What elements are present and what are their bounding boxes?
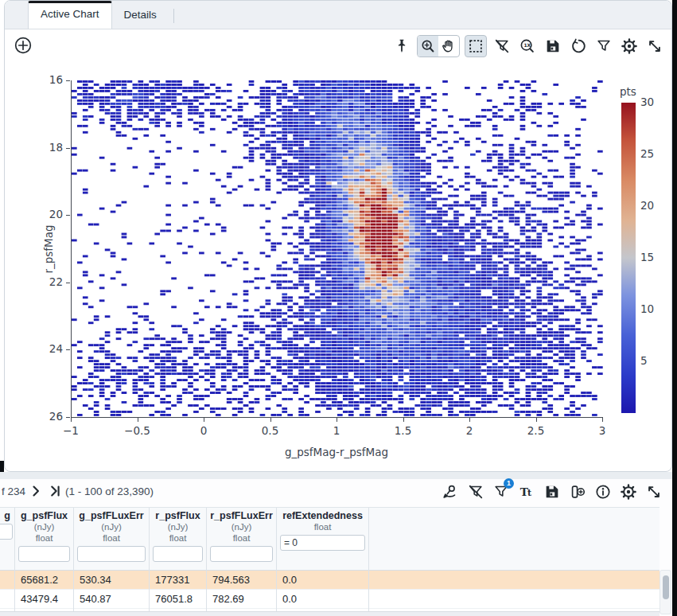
filter-button[interactable]: 1 [491, 481, 512, 502]
analyze-icon [442, 483, 459, 501]
y-tick-label: 22 [36, 275, 63, 288]
table-cell[interactable]: 540.87 [74, 590, 149, 609]
table-cell[interactable]: 794.563 [207, 571, 276, 590]
pin-button[interactable] [391, 36, 412, 57]
column-type: float [277, 521, 368, 532]
add-column-button[interactable] [567, 481, 588, 502]
zoom-original-button[interactable]: 1X [517, 36, 538, 57]
heatmap-canvas[interactable] [72, 80, 603, 417]
filter-icon [595, 37, 613, 55]
pan-hand-button[interactable] [438, 36, 459, 57]
tab-separator [173, 9, 174, 23]
column-filter-input[interactable] [77, 546, 146, 562]
table-cell[interactable] [0, 571, 14, 590]
save-button[interactable] [542, 481, 562, 502]
text-view-icon: Tt [518, 483, 535, 501]
chart-panel: Active Chart Details 1X −1−0.500.511.522… [4, 0, 672, 472]
info-icon [594, 483, 612, 501]
column-filter-input[interactable] [153, 546, 203, 562]
tab-details[interactable]: Details [112, 3, 169, 29]
table-pagination: f 234 (1 - 100 of 23,390) [2, 482, 154, 500]
column-header[interactable]: r_psfFLuxErr (nJy) float [207, 508, 276, 571]
table-cell[interactable]: 782.69 [207, 590, 276, 609]
expand-button[interactable] [644, 36, 665, 57]
chart-toolbar-right: 1X [391, 35, 665, 57]
tab-details-label: Details [124, 9, 157, 21]
table-cell[interactable]: 0.0 [277, 590, 368, 609]
x-tick-label: 1.5 [395, 424, 411, 437]
x-tick-label: 0.5 [262, 424, 278, 437]
x-tick-label: 2.5 [527, 424, 544, 437]
restore-icon [570, 37, 587, 55]
clear-filter-icon [467, 483, 484, 501]
table-cell[interactable]: 530.34 [74, 571, 149, 590]
save-icon [544, 37, 562, 55]
clear-filter-button[interactable] [492, 36, 512, 57]
tab-active-chart[interactable]: Active Chart [28, 1, 112, 29]
column-name: g_psfFlux [15, 510, 73, 521]
colorbar-tick-label: 30 [640, 96, 654, 108]
column-filter-input[interactable] [18, 546, 70, 562]
table-vertical-scrollbar-thumb[interactable] [663, 575, 669, 599]
column-unit: (nJy) [74, 521, 149, 532]
settings-button[interactable] [619, 36, 640, 57]
column-filter-input[interactable] [210, 546, 273, 562]
expand-button[interactable] [644, 481, 664, 502]
left-splitter-mark [0, 461, 4, 472]
table-cell[interactable]: 76051.8 [150, 590, 206, 609]
settings-button[interactable] [618, 481, 639, 502]
column-name: refExtendedness [277, 510, 368, 521]
next-page-button[interactable] [27, 482, 45, 500]
select-area-button[interactable] [465, 35, 487, 57]
x-tick-mark [270, 418, 271, 422]
column-name: g [0, 510, 14, 521]
zoom-in-button[interactable] [418, 36, 438, 57]
y-tick-label: 24 [36, 342, 63, 355]
y-tick-mark [66, 80, 70, 81]
save-button[interactable] [543, 36, 563, 57]
table-cell[interactable] [0, 590, 14, 609]
select-area-icon [467, 37, 484, 55]
analyze-button[interactable] [440, 481, 461, 502]
clear-filter-button[interactable] [465, 481, 486, 502]
table-cell[interactable]: 65681.2 [15, 571, 73, 590]
column-filter-input[interactable] [0, 524, 13, 540]
column-header[interactable] [369, 508, 659, 571]
column-header[interactable]: g [0, 508, 14, 571]
data-table: g g_psfFlux (nJy) float65681.243479.4378… [0, 507, 659, 615]
column-header[interactable]: g_psfFlux (nJy) float [15, 508, 73, 571]
colorbar-tick-label: 5 [640, 354, 648, 367]
x-tick-mark [536, 418, 537, 422]
save-icon [543, 483, 561, 501]
y-tick-mark [66, 417, 70, 418]
info-button[interactable] [593, 481, 613, 502]
clear-filter-icon [493, 37, 511, 55]
tab-active-chart-label: Active Chart [41, 8, 99, 20]
colorbar [621, 103, 636, 413]
column-unit: (nJy) [207, 521, 276, 532]
pagination-total-pages: f 234 [2, 485, 25, 497]
filter-button[interactable] [593, 36, 614, 57]
table-cell[interactable]: 43479.4 [15, 590, 73, 609]
svg-text:t: t [527, 488, 532, 498]
table-horizontal-scrollbar[interactable] [0, 611, 659, 616]
column-g_psfFlux: g_psfFlux (nJy) float65681.243479.437816… [15, 508, 74, 615]
last-page-button[interactable] [46, 482, 64, 500]
x-tick-label: 3 [599, 424, 606, 437]
table-filler-column [369, 508, 659, 615]
y-tick-mark [66, 215, 70, 216]
column-header[interactable]: refExtendedness float [277, 508, 368, 571]
column-filter-input[interactable] [280, 535, 365, 551]
chart-toolbar-left [13, 35, 33, 56]
table-cell[interactable] [369, 571, 659, 590]
table-cell[interactable]: 0.0 [277, 571, 368, 590]
table-cell[interactable]: 177331 [150, 571, 206, 590]
table-cell[interactable] [369, 590, 659, 609]
settings-icon [620, 483, 637, 501]
add-chart-button[interactable] [13, 35, 33, 56]
restore-button[interactable] [568, 36, 589, 57]
text-view-button[interactable]: Tt [516, 481, 537, 502]
column-header[interactable]: r_psfFlux (nJy) float [150, 508, 206, 571]
column-header[interactable]: g_psfFLuxErr (nJy) float [74, 508, 149, 571]
column-g_psfFLuxErr: g_psfFLuxErr (nJy) float530.34540.87552.… [74, 508, 150, 615]
